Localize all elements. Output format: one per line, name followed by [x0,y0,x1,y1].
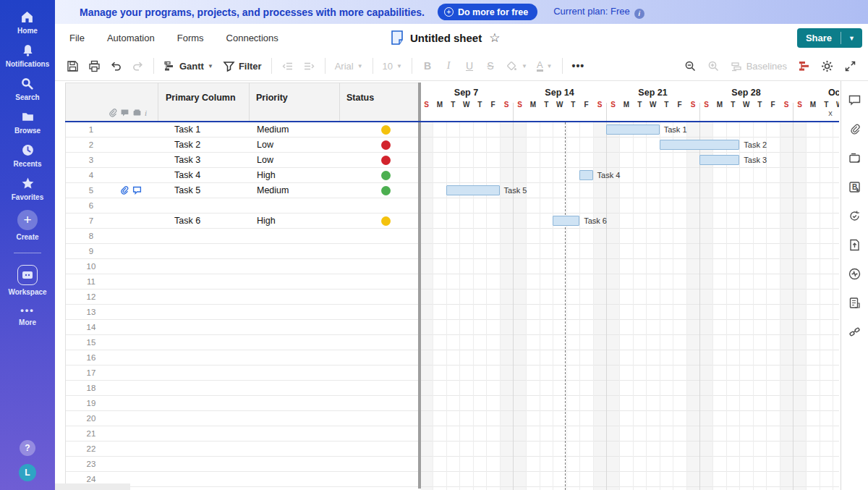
comments-panel-button[interactable] [846,91,864,109]
brandfolder-panel-button[interactable]: B [846,178,864,195]
table-row[interactable]: 19 [66,396,419,411]
avatar[interactable]: L [19,464,36,481]
strikethrough-button[interactable]: S [485,60,496,72]
update-requests-panel-button[interactable] [846,207,864,224]
task-cell[interactable]: Task 2 [174,138,200,153]
priority-cell[interactable]: Low [257,138,273,153]
horizontal-scrollbar[interactable] [55,483,130,490]
gear-icon[interactable] [821,60,833,72]
column-header-primary[interactable]: Primary Column [166,93,236,103]
undo-icon[interactable] [110,60,122,72]
status-dot[interactable] [381,125,391,135]
column-header-status[interactable]: Status [346,93,374,103]
menu-connections[interactable]: Connections [226,33,278,43]
baselines-button[interactable]: Baselines [731,60,787,72]
indent-icon[interactable] [303,60,315,72]
fill-color-button[interactable]: ▼ [506,60,527,72]
row-number[interactable]: 5 [66,183,116,198]
task-cell[interactable]: Task 6 [174,214,200,229]
status-dot[interactable] [381,171,391,180]
sidebar-item-search[interactable]: Search [15,77,39,101]
table-row[interactable]: 12 [66,290,419,305]
row-number[interactable]: 21 [66,426,116,442]
priority-cell[interactable]: Medium [257,183,289,198]
table-row[interactable]: 2Task 2Low [66,138,419,153]
row-number[interactable]: 18 [66,381,116,396]
sidebar-item-more[interactable]: ••• More [19,305,36,326]
gantt-bar[interactable] [446,185,500,195]
help-button[interactable]: ? [20,440,35,456]
sidebar-item-browse[interactable]: Browse [14,110,41,135]
sidebar-item-favorites[interactable]: Favorites [12,177,43,201]
expand-icon[interactable] [844,60,856,72]
font-family-select[interactable]: Arial ▼ [335,61,363,72]
status-dot[interactable] [381,216,391,226]
publish-panel-button[interactable] [846,236,864,253]
table-row[interactable]: 7Task 6High [66,214,419,229]
gantt-bar[interactable] [606,124,660,135]
row-number[interactable]: 22 [66,442,116,457]
text-color-button[interactable]: A ▼ [537,60,553,72]
do-more-for-free-button[interactable]: + Do more for free [438,4,537,20]
sidebar-item-home[interactable]: Home [17,10,38,35]
row-number[interactable]: 19 [66,396,116,411]
menu-file[interactable]: File [69,33,85,43]
task-cell[interactable]: Task 5 [174,183,200,198]
menu-automation[interactable]: Automation [107,33,155,43]
table-row[interactable]: 13 [66,305,419,320]
table-row[interactable]: 11 [66,274,419,290]
priority-cell[interactable]: High [257,214,276,229]
filter-button[interactable]: Filter [223,60,262,72]
row-number[interactable]: 14 [66,320,116,335]
info-icon[interactable]: i [634,9,644,19]
table-row[interactable]: 15 [66,335,419,350]
gantt-bar[interactable] [553,216,579,226]
table-row[interactable]: 17 [66,366,419,381]
redo-icon[interactable] [132,60,144,72]
table-row[interactable]: 14 [66,320,419,335]
italic-button[interactable]: I [443,60,454,72]
row-number[interactable]: 23 [66,457,116,472]
attachment-icon[interactable] [119,185,129,195]
row-number[interactable]: 4 [66,168,116,183]
gantt-bar[interactable] [579,170,592,180]
row-number[interactable]: 6 [66,198,116,214]
print-icon[interactable] [88,60,101,72]
sidebar-item-notifications[interactable]: Notifications [6,43,50,68]
connectors-panel-button[interactable] [846,323,864,340]
row-number[interactable]: 10 [66,259,116,274]
table-row[interactable]: 23 [66,457,419,472]
row-number[interactable]: 9 [66,244,116,259]
gantt-bar[interactable] [699,155,739,165]
table-row[interactable]: 18 [66,381,419,396]
table-row[interactable]: 10 [66,259,419,274]
row-number[interactable]: 20 [66,411,116,426]
sidebar-item-recents[interactable]: Recents [14,143,42,168]
row-number[interactable]: 11 [66,274,116,290]
table-row[interactable]: 6 [66,198,419,214]
task-cell[interactable]: Task 4 [174,168,200,183]
column-header-priority[interactable]: Priority [256,93,288,103]
table-row[interactable]: 22 [66,442,419,457]
status-dot[interactable] [381,186,391,195]
priority-cell[interactable]: High [257,168,276,183]
bold-button[interactable]: B [422,60,433,72]
font-size-select[interactable]: 10 ▼ [383,61,402,72]
row-number[interactable]: 3 [66,153,116,168]
task-cell[interactable]: Task 1 [174,122,200,138]
table-row[interactable]: 8 [66,229,419,244]
save-icon[interactable] [67,60,79,72]
favorite-star-icon[interactable]: ☆ [489,30,500,46]
outdent-icon[interactable] [281,60,294,72]
underline-button[interactable]: U [464,60,475,72]
status-dot[interactable] [381,140,391,150]
row-number[interactable]: 17 [66,366,116,381]
table-row[interactable]: 1Task 1Medium [66,122,419,138]
zoom-out-icon[interactable] [684,60,697,72]
row-number[interactable]: 15 [66,335,116,350]
priority-cell[interactable]: Low [257,153,273,168]
grid-gantt-splitter[interactable] [418,83,421,489]
row-number[interactable]: 8 [66,229,116,244]
gantt-bar[interactable] [660,140,740,150]
chevron-down-icon[interactable]: ▼ [841,35,862,42]
